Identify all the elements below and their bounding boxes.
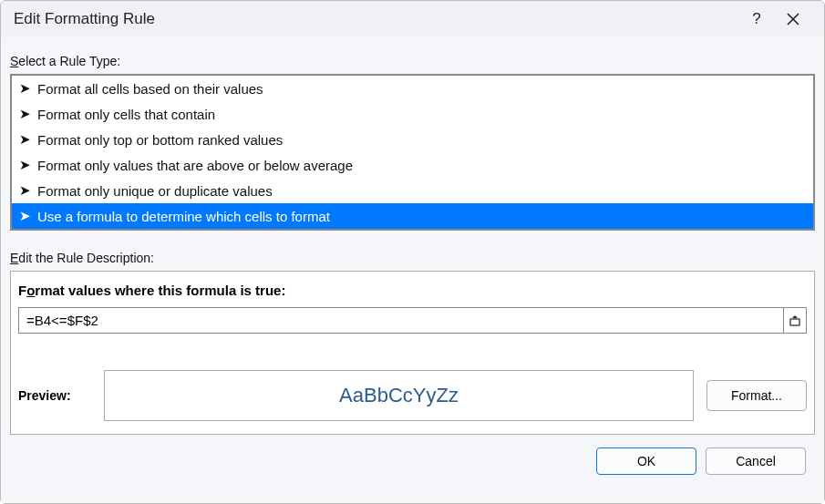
rule-type-item-all-cells[interactable]: ➤ Format all cells based on their values [12,76,813,101]
rule-type-item-top-bottom[interactable]: ➤ Format only top or bottom ranked value… [12,127,813,152]
rule-type-label: Format all cells based on their values [37,81,263,97]
preview-label: Preview: [18,388,91,403]
dialog-titlebar: Edit Formatting Rule ? [1,1,824,37]
edit-rule-description-label: Edit the Rule Description: [10,251,815,265]
arrow-icon: ➤ [19,157,30,173]
formula-label: Format values where this formula is true… [18,283,807,298]
rule-type-label: Use a formula to determine which cells t… [37,209,330,224]
arrow-icon: ➤ [19,106,30,122]
arrow-icon: ➤ [19,208,30,224]
arrow-icon: ➤ [19,182,30,199]
dialog-content: Select a Rule Type: ➤ Format all cells b… [1,37,824,503]
rule-type-item-unique-duplicate[interactable]: ➤ Format only unique or duplicate values [12,178,813,203]
edit-rule-description-text: dit the Rule Description: [18,251,154,265]
select-rule-type-label: Select a Rule Type: [10,54,815,68]
dialog-footer: OK Cancel [10,444,815,484]
arrow-icon: ➤ [19,131,30,148]
rule-type-item-contain[interactable]: ➤ Format only cells that contain [12,101,813,127]
cancel-button[interactable]: Cancel [706,447,806,475]
rule-type-label: Format only unique or duplicate values [37,183,273,199]
range-selector-button[interactable] [783,307,807,334]
rule-type-item-formula[interactable]: ➤ Use a formula to determine which cells… [12,203,813,229]
rule-type-label: Format only top or bottom ranked values [37,132,283,148]
formula-label-text: rmat values where this formula is true: [35,283,285,298]
formula-row [18,307,807,334]
help-button[interactable]: ? [738,1,775,37]
rule-type-label: Format only cells that contain [37,107,215,122]
preview-box: AaBbCcYyZz [104,370,694,421]
rule-type-label: Format only values that are above or bel… [37,158,353,173]
ok-button[interactable]: OK [596,447,696,475]
select-rule-type-text: elect a Rule Type: [18,54,120,68]
preview-row: Preview: AaBbCcYyZz Format... [18,370,807,421]
close-button[interactable] [775,1,811,37]
svg-rect-2 [790,319,799,325]
format-button[interactable]: Format... [706,380,807,411]
range-selector-icon [789,314,801,327]
rule-description-panel: Format values where this formula is true… [10,271,815,435]
preview-sample-text: AaBbCcYyZz [339,384,459,407]
rule-type-item-above-below-avg[interactable]: ➤ Format only values that are above or b… [12,152,813,178]
formula-input[interactable] [18,307,784,334]
close-icon [787,13,799,26]
format-button-text: ormat... [739,388,782,403]
arrow-icon: ➤ [19,80,30,97]
edit-formatting-rule-dialog: Edit Formatting Rule ? Select a Rule Typ… [0,0,825,504]
dialog-title: Edit Formatting Rule [14,10,738,28]
formula-label-prefix: F [18,283,26,298]
rule-type-list[interactable]: ➤ Format all cells based on their values… [10,74,815,231]
